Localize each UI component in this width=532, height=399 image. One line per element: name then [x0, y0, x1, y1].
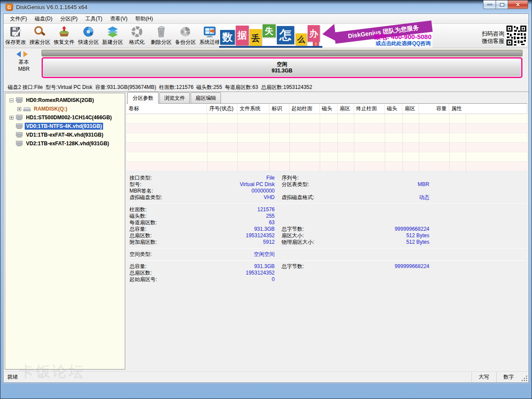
col-sector-1[interactable]: 扇区 — [337, 104, 354, 114]
close-button[interactable]: ✕ — [508, 0, 528, 9]
tree-item-hd1[interactable]: HD1:ST500DM002-1CH14C(466GB) — [5, 113, 125, 122]
resize-grip[interactable] — [521, 372, 529, 383]
qr-code — [506, 25, 527, 46]
menu-tools[interactable]: 工具(T) — [81, 14, 106, 24]
prop-value: 5912 — [195, 239, 275, 245]
caption-buttons: ✕ — [483, 0, 528, 9]
col-identifier[interactable]: 标识 — [269, 104, 289, 114]
disk-map-panel: 基本 MBR 空闲 931.3GB — [3, 48, 529, 83]
tool-label: 格式化 — [129, 39, 145, 46]
free-space-size: 931.3GB — [272, 68, 292, 74]
prop-value: 999999668224 — [344, 263, 429, 270]
disk-info-line: 磁盘2 接口:File 型号:Virtual PC Disk 容量:931.3G… — [3, 83, 529, 92]
expand-icon[interactable] — [10, 116, 13, 120]
prop-label: 扇区大小: — [282, 232, 344, 239]
delete-partition-button[interactable]: 删除分区 — [149, 24, 173, 47]
app-logo-icon: G — [6, 3, 13, 11]
prev-disk-icon[interactable] — [16, 51, 21, 57]
search-partition-button[interactable]: 搜索分区 — [28, 24, 52, 47]
tree-item-vd1[interactable]: VD1:1TB-exFAT-4K.vhd(931GB) — [5, 131, 125, 139]
tab-partition-params[interactable]: 分区参数 — [127, 92, 159, 104]
disk-type-line2: MBR — [10, 65, 38, 72]
tool-label: 快速分区 — [78, 39, 99, 46]
prop-value: Virtual PC Disk — [195, 181, 275, 188]
backup-partition-button[interactable]: 备份分区 — [173, 24, 198, 47]
col-volume-label[interactable]: 卷标 — [127, 104, 207, 114]
tree-item-vd0-selected[interactable]: VD0:1TB-NTFS-4K.vhd(931GB) — [5, 122, 125, 131]
tab-sector-edit[interactable]: 扇区编辑 — [191, 92, 221, 103]
close-icon: ✕ — [516, 2, 520, 8]
col-end-cylinder[interactable]: 终止柱面 — [354, 104, 385, 114]
prop-label: 附加扇区数: — [130, 239, 195, 245]
tree-item-label: HD1:ST500DM002-1CH14C(466GB) — [25, 114, 113, 121]
menu-help[interactable]: 帮助(H) — [131, 14, 157, 24]
tab-browse-files[interactable]: 浏览文件 — [159, 92, 190, 103]
disk-type-caption: 基本 MBR — [10, 59, 38, 72]
disk-icon — [16, 132, 23, 138]
client-area: 文件(F) 磁盘(D) 分区(P) 工具(T) 查看(V) 帮助(H) 保存更改 — [3, 13, 529, 383]
recover-files-button[interactable]: 恢复文件 — [52, 24, 76, 47]
tree-item-label: VD0:1TB-NTFS-4K.vhd(931GB) — [25, 123, 103, 130]
tool-label: 系统迁移 — [199, 39, 220, 46]
prop-value — [344, 188, 429, 194]
prop-label — [282, 219, 344, 226]
col-capacity[interactable]: 容量 — [419, 104, 449, 114]
ad-tag: ! — [313, 41, 319, 47]
tool-label: 搜索分区 — [29, 39, 50, 46]
format-button[interactable]: 格式化 — [125, 24, 149, 47]
prop-label: 空间类型: — [130, 251, 195, 258]
col-sector-2[interactable]: 扇区 — [402, 104, 419, 114]
prop-label: 总字节数: — [282, 226, 344, 232]
minimize-button[interactable] — [483, 0, 496, 9]
disk-overview-strip[interactable] — [42, 50, 522, 56]
col-start-cylinder[interactable]: 起始柱面 — [289, 104, 320, 114]
free-space-bar[interactable]: 空闲 931.3GB — [42, 57, 522, 78]
prop-label: 总容量: — [130, 263, 195, 270]
collapse-icon[interactable] — [10, 98, 13, 102]
next-disk-icon[interactable] — [23, 51, 28, 57]
ad-tag: 数 — [220, 30, 235, 45]
new-partition-button[interactable]: 新建分区 — [101, 24, 125, 47]
ad-banner[interactable]: 数 据 丢 失 怎 么 办 ! DiskGenius 团队为您服务 致电: 40… — [219, 24, 432, 48]
disk-icon — [16, 97, 23, 103]
scan-line1: 扫码咨询 — [482, 30, 504, 37]
prop-value: 00000000 — [195, 188, 275, 194]
prop-value — [344, 213, 429, 219]
col-attributes[interactable]: 属性 — [449, 104, 527, 114]
menu-view[interactable]: 查看(V) — [106, 14, 131, 24]
partition-table-body[interactable] — [127, 114, 527, 171]
prop-label: 型号: — [130, 181, 195, 188]
prop-label: 每道扇区数: — [130, 219, 195, 226]
menu-disk[interactable]: 磁盘(D) — [31, 14, 56, 24]
system-migrate-button[interactable]: 系统迁移 — [198, 24, 222, 47]
delete-partition-icon — [155, 26, 168, 38]
ad-qq-link[interactable]: 或点击此处选择QQ咨询 — [376, 40, 431, 47]
expand-icon[interactable] — [17, 107, 21, 111]
col-head-2[interactable]: 磁头 — [385, 104, 402, 114]
prop-label: 总扇区数: — [130, 232, 195, 239]
menu-partition[interactable]: 分区(P) — [56, 14, 81, 24]
backup-partition-icon — [179, 26, 192, 38]
col-index-status[interactable]: 序号(状态) — [207, 104, 237, 114]
prop-label: 分区表类型: — [282, 181, 344, 188]
prop-value — [344, 206, 429, 213]
tree-item-hd0[interactable]: HD0:RomexRAMDISK(2GB) — [5, 96, 125, 105]
status-capslock: 大写 — [471, 372, 496, 383]
save-changes-button[interactable]: 保存更改 — [3, 24, 28, 47]
tree-item-vd2[interactable]: VD2:1TB-exFAT-128K.vhd(931GB) — [5, 139, 125, 148]
prop-label: 柱面数: — [130, 206, 195, 213]
quick-partition-button[interactable]: 快速分区 — [76, 24, 101, 47]
prop-value: 999999668224 — [344, 226, 429, 232]
tree-item-label: VD1:1TB-exFAT-4K.vhd(931GB) — [25, 131, 104, 138]
title-bar: G DiskGenius V6.0.1.1645 x64 — [0, 0, 532, 13]
free-space-label: 空闲 — [277, 61, 287, 68]
col-head-1[interactable]: 磁头 — [320, 104, 337, 114]
col-filesystem[interactable]: 文件系统 — [237, 104, 269, 114]
tree-item-ramdisk[interactable]: RAMDISK(Q:) — [5, 105, 125, 113]
menu-file[interactable]: 文件(F) — [6, 14, 31, 24]
new-partition-icon — [106, 26, 119, 38]
wechat-scan-text: 扫码咨询 微信客服 — [482, 30, 504, 45]
maximize-button[interactable] — [496, 0, 508, 9]
status-bar: 就绪 大写 数字 — [3, 371, 529, 383]
ad-tag: 丢 — [250, 29, 262, 47]
